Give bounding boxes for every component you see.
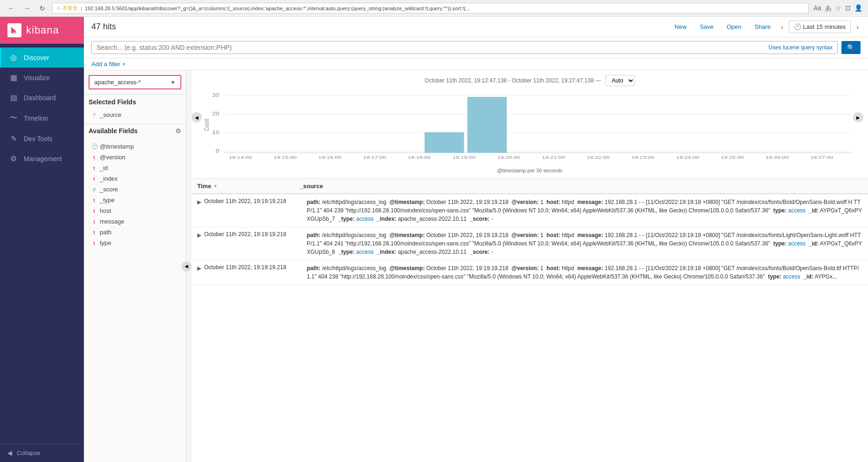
field-name: _index [100,175,179,182]
time-range-clock-icon: 🕐 [794,23,801,30]
interval-select[interactable]: Auto [606,75,635,86]
row-expand-icon[interactable]: ▶ [197,264,201,272]
font-icon[interactable]: Aa [813,4,821,13]
sidebar-item-discover[interactable]: ◎ Discover [0,48,84,68]
chart-area: ◀ October 11th 2022, 19:12:47.138 - Octo… [192,70,868,179]
svg-text:19:25:00: 19:25:00 [721,155,744,160]
collapse-icon: ◀ [7,449,12,456]
field-type[interactable]: t _type [89,195,181,205]
table-row[interactable]: ▶ October 11th 2022, 19:19:19.218 path: … [192,227,868,260]
open-button[interactable]: Open [722,21,746,33]
available-fields-title: Available Fields [89,127,138,135]
browser-forward-button[interactable]: → [21,4,33,13]
field-score[interactable]: # _score [89,184,181,195]
search-input-wrapper[interactable]: Uses lucene query syntax [91,41,838,54]
sidebar-item-dashboard[interactable]: ▤ Dashboard [0,88,84,108]
new-button[interactable]: New [670,21,691,33]
save-button[interactable]: Save [695,21,718,33]
svg-text:19:15:00: 19:15:00 [274,155,296,160]
browser-back-button[interactable]: ← [6,4,17,13]
available-fields-header: Available Fields ⚙ [84,124,186,137]
svg-text:30: 30 [212,93,220,98]
table-header: Time ▼ _source [192,179,868,194]
index-selector: apache_access-* ▼ [84,70,186,95]
sidebar-collapse-button[interactable]: ◀ Collapse [0,443,84,462]
table-row[interactable]: ▶ October 11th 2022, 19:19:19.218 path: … [192,194,868,227]
syntax-hint[interactable]: Uses lucene query syntax [769,44,833,51]
row-expand-icon[interactable]: ▶ [197,198,201,205]
left-panel: apache_access-* ▼ Selected Fields ? _sou… [84,70,186,462]
time-range-picker[interactable]: 🕐 Last 15 minutes [789,20,851,33]
field-index[interactable]: t _index [89,173,181,184]
row-time: October 11th 2022, 19:19:19.218 [204,198,307,204]
chart-collapse-left-button[interactable]: ◀ [192,112,202,122]
svg-text:19:14:00: 19:14:00 [229,155,252,160]
svg-text:19:17:00: 19:17:00 [363,155,386,160]
sidebar-item-label: Timelion [24,115,48,122]
svg-text:19:27:00: 19:27:00 [810,155,833,160]
sidebar-item-label: Visualize [24,74,50,82]
next-time-button[interactable]: › [854,21,861,33]
svg-text:19:26:00: 19:26:00 [765,155,788,160]
chart-collapse-right-button[interactable]: ▶ [853,112,863,122]
browser-refresh-button[interactable]: ↻ [37,4,48,13]
svg-text:0: 0 [216,149,220,154]
kibana-logo-icon [7,23,21,37]
clock-icon: 🕐 [91,143,97,149]
browser-url-bar[interactable]: ⚠ 不安全 | 192.168.28.5:5601/app/kibana#/di… [52,3,809,14]
chart-time-range: October 11th 2022, 19:12:47.138 - Octobe… [425,77,601,84]
field-host[interactable]: t host [89,205,181,216]
field-name: path [100,229,179,236]
field-id[interactable]: t _id [89,163,181,173]
field-message[interactable]: t message [89,216,181,227]
field-name: type [100,239,179,246]
dashboard-icon: ▤ [9,93,18,102]
share-button[interactable]: Share [750,21,776,33]
chart-header: October 11th 2022, 19:12:47.138 - Octobe… [201,75,859,86]
data-table: Time ▼ _source ▶ October 11th 2022, 19:1… [192,179,868,462]
prev-time-button[interactable]: ‹ [779,21,785,33]
svg-rect-9 [425,132,464,153]
app-bar-left: 47 hits [91,22,116,32]
table-row[interactable]: ▶ October 11th 2022, 19:19:19.218 path: … [192,260,868,285]
sidebar-item-label: Dashboard [24,94,56,102]
text-type-icon: t [91,197,97,203]
app-bar: 47 hits New Save Open Share ‹ 🕐 Last 15 … [84,17,868,37]
search-button[interactable]: 🔍 [841,41,861,54]
field-name: message [100,218,179,225]
management-icon: ⚙ [9,154,18,163]
selected-fields-title: Selected Fields [89,98,181,106]
add-filter-button[interactable]: Add a filter + [91,61,861,68]
sidebar-logo[interactable]: kibana [0,17,84,44]
field-timestamp[interactable]: 🕐 @timestamp [89,141,181,152]
sidebar-item-devtools[interactable]: ✎ Dev Tools [0,129,84,149]
svg-text:19:24:00: 19:24:00 [676,155,699,160]
sidebar-item-management[interactable]: ⚙ Management [0,149,84,169]
row-expand-icon[interactable]: ▶ [197,231,201,238]
svg-text:Count: Count [203,118,210,131]
field-version[interactable]: t @version [89,152,181,163]
translate-icon[interactable]: あ [825,4,832,13]
row-source: path: /etc/httpd/logs/access_log @timest… [307,198,862,223]
svg-text:10: 10 [212,130,220,135]
extensions-icon[interactable]: ⊡ [845,4,851,13]
sidebar-item-timelion[interactable]: 〜 Timelion [0,108,84,129]
profile-icon[interactable]: 👤 [854,4,862,13]
col-time-header[interactable]: Time ▼ [197,183,300,190]
sidebar-item-visualize[interactable]: ▦ Visualize [0,68,84,88]
index-dropdown[interactable]: apache_access-* ▼ [89,75,181,89]
search-input[interactable] [96,44,769,51]
field-name: _score [100,186,179,193]
sidebar: kibana ◎ Discover ▦ Visualize ▤ Dashboar… [0,17,84,462]
index-name: apache_access-* [94,79,141,86]
selected-field-source[interactable]: ? _source [89,109,181,120]
row-time: October 11th 2022, 19:19:19.218 [204,231,307,238]
svg-text:19:18:00: 19:18:00 [408,155,431,160]
bookmark-icon[interactable]: ☆ [835,4,841,13]
svg-text:19:19:00: 19:19:00 [453,155,475,160]
gear-icon[interactable]: ⚙ [175,127,181,135]
panel-collapse-button[interactable]: ◀ [181,261,192,272]
field-path[interactable]: t path [89,227,181,238]
field-type-row[interactable]: t type [89,238,181,248]
app-bar-actions: New Save Open Share ‹ 🕐 Last 15 minutes … [670,20,861,33]
